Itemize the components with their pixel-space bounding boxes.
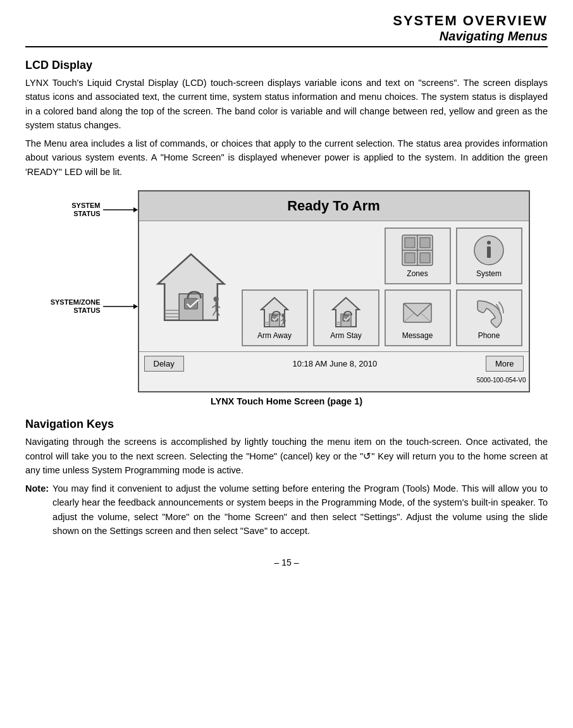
system-zone-label: SYSTEM/ZONE STATUS xyxy=(44,298,101,315)
part-number: 5000-100-054-V0 xyxy=(139,375,529,385)
lcd-body-1: LYNX Touch's Liquid Crystal Display (LCD… xyxy=(25,76,548,133)
figure-caption: LYNX Touch Home Screen (page 1) xyxy=(25,396,548,406)
diagram-inner: SYSTEM STATUS SYSTEM/ZONE STATUS Ready T… xyxy=(44,190,530,392)
phone-label: Phone xyxy=(478,331,500,340)
system-status-label: SYSTEM STATUS xyxy=(44,202,101,218)
lcd-screen: Ready To Arm xyxy=(138,190,530,392)
zones-icon-box[interactable]: Zones xyxy=(385,228,451,284)
icon-row-bottom: Arm Away xyxy=(242,289,522,346)
lcd-section-heading: LCD Display xyxy=(25,59,548,72)
svg-point-10 xyxy=(213,296,218,301)
note-label: Note: xyxy=(25,482,49,538)
nav-body: Navigating through the screens is accomp… xyxy=(25,435,548,477)
header-title: SYSTEM OVERVIEW xyxy=(25,13,548,29)
svg-rect-20 xyxy=(420,238,430,248)
system-icon xyxy=(472,234,505,267)
arm-away-label: Arm Away xyxy=(257,331,292,340)
arm-away-icon-box[interactable]: Arm Away xyxy=(242,289,308,346)
left-annotations: SYSTEM STATUS SYSTEM/ZONE STATUS xyxy=(44,190,138,315)
home-lock-icon xyxy=(150,251,232,324)
svg-rect-22 xyxy=(420,253,430,263)
svg-rect-19 xyxy=(405,238,415,248)
status-bar: Ready To Arm xyxy=(139,191,529,221)
svg-rect-42 xyxy=(404,303,431,322)
message-label: Message xyxy=(402,331,433,340)
phone-icon xyxy=(472,296,505,329)
svg-marker-1 xyxy=(133,207,138,212)
home-status-area xyxy=(145,228,237,346)
system-status-annotation: SYSTEM STATUS xyxy=(44,202,138,218)
svg-rect-6 xyxy=(184,298,197,309)
screen-body: Zones System xyxy=(139,221,529,346)
right-icons-grid: Zones System xyxy=(242,228,522,346)
page-number: – 15 – xyxy=(25,557,548,567)
svg-rect-25 xyxy=(487,246,491,258)
bottom-bar: Delay 10:18 AM June 8, 2010 More xyxy=(139,351,529,375)
svg-point-31 xyxy=(281,313,285,317)
arm-stay-label: Arm Stay xyxy=(330,331,361,340)
header-subtitle: Navigating Menus xyxy=(25,29,548,44)
system-label: System xyxy=(476,269,502,278)
more-button[interactable]: More xyxy=(486,356,524,372)
svg-marker-3 xyxy=(133,304,138,309)
icon-row-top: Zones System xyxy=(242,228,522,284)
system-icon-box[interactable]: System xyxy=(456,228,522,284)
arm-stay-icon xyxy=(330,296,362,329)
svg-point-24 xyxy=(487,241,491,245)
note-section: Note: You may find it convenient to adju… xyxy=(25,482,548,538)
delay-button[interactable]: Delay xyxy=(144,356,184,372)
time-display: 10:18 AM June 8, 2010 xyxy=(292,359,377,368)
arm-stay-icon-box[interactable]: Arm Stay xyxy=(313,289,379,346)
zones-label: Zones xyxy=(407,269,428,278)
system-status-arrow xyxy=(103,203,138,216)
annotation-spacer xyxy=(44,243,138,298)
page-header: SYSTEM OVERVIEW Navigating Menus xyxy=(25,13,548,47)
diagram-area: SYSTEM STATUS SYSTEM/ZONE STATUS Ready T… xyxy=(25,190,548,392)
message-icon xyxy=(401,296,434,329)
nav-section-heading: Navigation Keys xyxy=(25,418,548,431)
arm-away-icon xyxy=(258,296,291,329)
system-zone-arrow xyxy=(103,300,138,313)
phone-icon-box[interactable]: Phone xyxy=(456,289,522,346)
message-icon-box[interactable]: Message xyxy=(385,289,451,346)
lcd-body-2: The Menu area includes a list of command… xyxy=(25,136,548,179)
svg-rect-21 xyxy=(405,253,415,263)
note-body: You may find it convenient to adjust the… xyxy=(52,482,548,538)
system-zone-annotation: SYSTEM/ZONE STATUS xyxy=(44,298,138,315)
zones-icon xyxy=(401,234,434,267)
